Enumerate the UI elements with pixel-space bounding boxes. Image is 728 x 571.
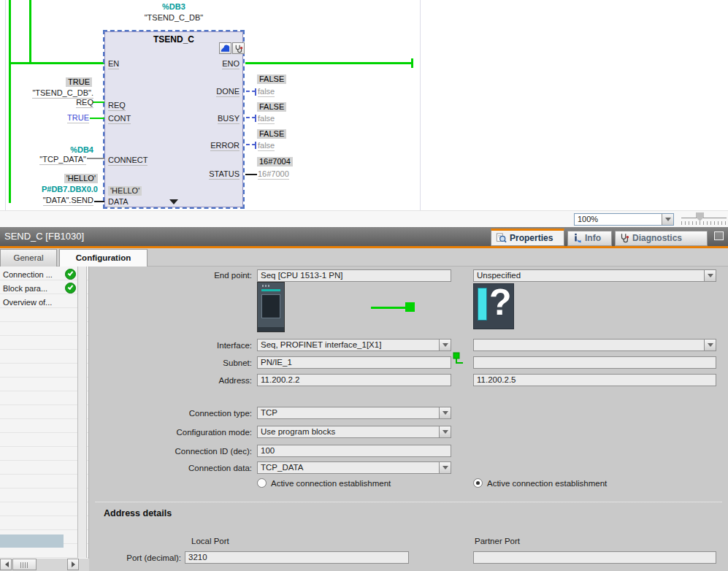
- address-partner-field[interactable]: 11.200.2.5: [473, 374, 716, 386]
- zoom-slider-ticks: [681, 221, 727, 225]
- dropdown-arrow[interactable]: [704, 270, 716, 281]
- snapshot-icon-button[interactable]: [219, 42, 231, 54]
- data-operand-name[interactable]: "DATA".SEND: [43, 196, 93, 206]
- active-connection-radio-local[interactable]: [257, 478, 267, 488]
- nav-vertical-scrollbar[interactable]: [77, 267, 87, 558]
- connection-data-label: Connection data:: [117, 464, 252, 472]
- configuration-mode-value: Use program blocks: [261, 427, 335, 436]
- editor-margin-line: [5, 0, 6, 210]
- cpu-base: [258, 327, 284, 332]
- nav-item-connection[interactable]: Connection ...: [3, 268, 53, 281]
- connection-id-label: Connection ID (dec):: [117, 447, 252, 456]
- section-divider: [95, 501, 722, 502]
- tab-properties[interactable]: Properties: [491, 229, 564, 246]
- scroll-left-button[interactable]: [0, 559, 12, 570]
- chevron-down-icon: [665, 218, 671, 224]
- local-port-field[interactable]: 3210: [185, 551, 409, 564]
- configuration-mode-select[interactable]: Use program blocks: [257, 426, 451, 438]
- zoom-slider-thumb[interactable]: [696, 212, 704, 221]
- pin-cont[interactable]: CONT: [108, 114, 131, 124]
- subnet-partner-field[interactable]: [473, 356, 716, 369]
- dropdown-arrow[interactable]: [439, 426, 451, 437]
- local-cpu-image: [257, 282, 285, 332]
- done-operand-value[interactable]: false: [258, 87, 275, 97]
- req-monitor-box: TRUE: [66, 77, 92, 87]
- connect-operand-name[interactable]: "TCP_DATA": [39, 155, 86, 165]
- dropdown-arrow[interactable]: [439, 340, 451, 350]
- end-point-partner-select[interactable]: Unspecified: [473, 269, 716, 282]
- dropdown-arrow[interactable]: [704, 340, 716, 350]
- connection-type-value: TCP: [261, 408, 277, 417]
- block-diagnostics-button[interactable]: [232, 42, 245, 54]
- pin-busy[interactable]: BUSY: [218, 114, 240, 124]
- pin-connect[interactable]: CONNECT: [108, 156, 147, 166]
- req-operand-line2[interactable]: REQ: [76, 98, 93, 108]
- busy-monitor-box: FALSE: [257, 102, 286, 112]
- interface-label: Interface:: [117, 341, 252, 350]
- nav-horizontal-scrollbar[interactable]: [0, 559, 89, 571]
- address-local-field[interactable]: 11.200.2.2: [257, 374, 451, 386]
- pin-done[interactable]: DONE: [216, 87, 240, 97]
- instance-db-address[interactable]: %DB3: [104, 2, 243, 12]
- tab-info[interactable]: Info: [567, 231, 612, 246]
- pin-data[interactable]: DATA: [108, 197, 129, 207]
- nav-item-overview[interactable]: Overview of...: [3, 296, 52, 309]
- status-monitor-box: 16#7004: [257, 157, 293, 166]
- configuration-mode-label: Configuration mode:: [117, 428, 252, 437]
- busy-operand-value[interactable]: false: [258, 114, 275, 124]
- data-wire: [94, 201, 104, 202]
- dropdown-arrow[interactable]: [439, 407, 451, 418]
- cont-operand-value[interactable]: TRUE: [67, 113, 89, 123]
- active-connection-radio-partner[interactable]: [473, 478, 483, 488]
- connection-data-select[interactable]: TCP_DATA: [257, 461, 451, 474]
- end-point-partner-value: Unspecified: [477, 271, 521, 280]
- data-inline-monitor: 'HELLO': [108, 186, 142, 196]
- connection-type-select[interactable]: TCP: [257, 407, 451, 419]
- tab-diagnostics[interactable]: Diagnostics: [615, 231, 708, 246]
- req-operand-line1[interactable]: "TSEND_C_DB".: [32, 88, 93, 99]
- connection-endpoint-square: [405, 302, 415, 312]
- grip-icon: [20, 562, 29, 568]
- zoom-dropdown-arrow[interactable]: [662, 214, 673, 225]
- end-point-label: End point:: [117, 271, 252, 280]
- nav-selection-highlight: [0, 534, 64, 548]
- error-operand-value[interactable]: false: [258, 141, 275, 151]
- interface-local-value: Seq, PROFINET interface_1[X1]: [261, 340, 381, 349]
- arrow-right-icon: [72, 562, 78, 567]
- status-operand-value[interactable]: 16#7000: [258, 169, 289, 180]
- connection-id-field[interactable]: 100: [257, 445, 451, 457]
- camera-icon: [221, 45, 230, 53]
- interface-local-select[interactable]: Seq, PROFINET interface_1[X1]: [257, 339, 451, 351]
- error-monitor-box: FALSE: [257, 129, 286, 139]
- pin-en[interactable]: EN: [108, 59, 119, 69]
- tab-general[interactable]: General: [0, 249, 57, 267]
- scroll-right-button[interactable]: [67, 559, 79, 570]
- local-port-header: Local Port: [191, 537, 229, 545]
- error-wire-tick: [255, 142, 256, 149]
- pin-status[interactable]: STATUS: [209, 169, 240, 180]
- device-cyan-bar: [478, 288, 487, 321]
- stethoscope-icon: [234, 44, 243, 53]
- interface-partner-select[interactable]: [473, 339, 716, 351]
- zoom-slider-track[interactable]: [681, 218, 727, 218]
- tsend-c-block[interactable]: TSEND_C EN ENO REQ CONT CONNECT 'HELLO' …: [104, 31, 243, 207]
- collapse-panel-icon[interactable]: [714, 231, 724, 240]
- subnet-local-field[interactable]: PN/IE_1: [257, 356, 451, 369]
- pin-error[interactable]: ERROR: [210, 141, 240, 151]
- zoom-level-value: 100%: [578, 215, 598, 223]
- done-monitor-box: FALSE: [257, 74, 286, 84]
- end-point-local-field[interactable]: Seq [CPU 1513-1 PN]: [257, 269, 451, 282]
- chevron-down-icon: [708, 343, 713, 350]
- dropdown-arrow[interactable]: [439, 462, 451, 473]
- pin-req[interactable]: REQ: [108, 101, 126, 111]
- scrollbar-thumb[interactable]: [12, 559, 37, 570]
- zoom-level-combobox[interactable]: 100%: [574, 213, 674, 226]
- address-label: Address:: [117, 376, 252, 385]
- tab-configuration[interactable]: Configuration: [59, 249, 147, 267]
- pin-eno[interactable]: ENO: [222, 59, 240, 69]
- instance-db-name[interactable]: "TSEND_C_DB": [104, 13, 243, 23]
- info-icon: [572, 233, 582, 245]
- nav-item-block-parameters[interactable]: Block para...: [3, 282, 47, 295]
- partner-port-field[interactable]: [473, 551, 716, 564]
- block-expand-icon[interactable]: [169, 199, 178, 204]
